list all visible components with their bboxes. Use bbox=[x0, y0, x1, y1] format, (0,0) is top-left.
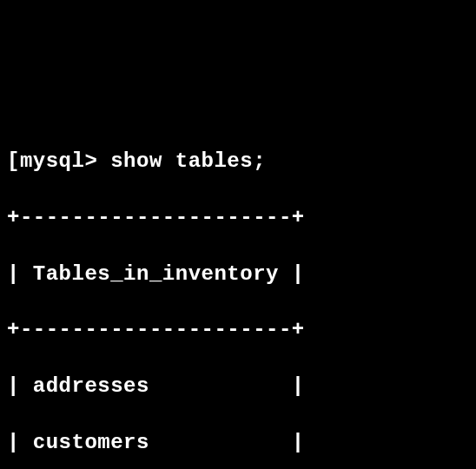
table-row: | customers | bbox=[7, 429, 469, 457]
sql-command: show tables; bbox=[110, 149, 266, 173]
table-row: | addresses | bbox=[7, 373, 469, 400]
table-header: | Tables_in_inventory | bbox=[7, 261, 469, 288]
mysql-terminal-output: [mysql> show tables; +------------------… bbox=[7, 120, 469, 469]
table-border-top: +---------------------+ bbox=[7, 204, 469, 232]
mysql-prompt: [mysql> bbox=[7, 149, 110, 173]
command-line: [mysql> show tables; bbox=[7, 148, 469, 175]
table-border-mid: +---------------------+ bbox=[7, 316, 469, 344]
